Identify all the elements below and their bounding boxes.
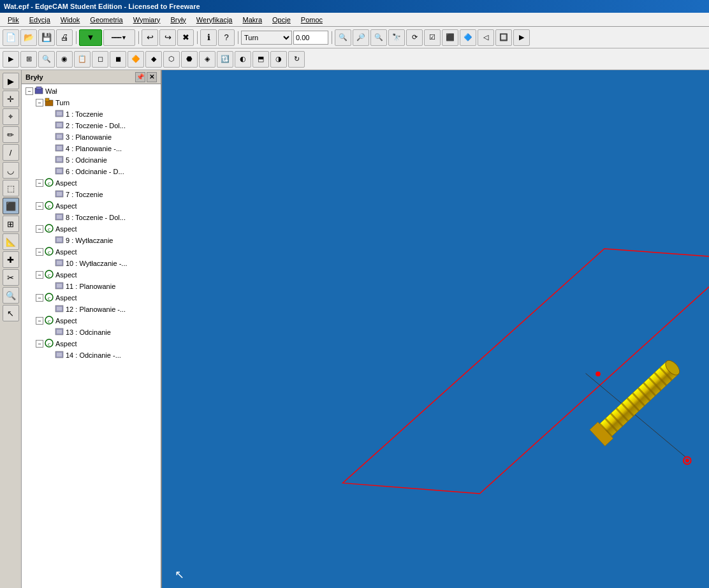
menu-item-geometria[interactable]: Geometria — [85, 15, 128, 25]
menu-item-makra[interactable]: Makra — [237, 15, 267, 25]
expander-aspect1[interactable]: − — [36, 179, 43, 187]
expander-aspect7[interactable]: − — [36, 317, 43, 325]
tree-node-aspect3[interactable]: −cAspect — [22, 223, 161, 235]
tb1-right-btn-3[interactable]: 🔭 — [388, 29, 405, 46]
pointer-tool[interactable]: ▶ — [3, 73, 19, 89]
tb2-btn-14[interactable]: ⬒ — [252, 51, 269, 68]
tree-node-op6[interactable]: 6 : Odcinanie - D... — [22, 166, 161, 177]
menu-item-edycja[interactable]: Edycja — [24, 15, 55, 25]
tb2-btn-0[interactable]: ▶ — [3, 51, 19, 68]
cursor-tool[interactable]: ↖ — [3, 305, 19, 321]
menu-item-wymiary[interactable]: Wymiary — [128, 15, 166, 25]
tree-node-aspect7[interactable]: −cAspect — [22, 315, 161, 327]
tb2-btn-4[interactable]: 📋 — [74, 51, 91, 68]
menu-item-opcje[interactable]: Opcje — [267, 15, 296, 25]
print-button[interactable]: 🖨 — [56, 29, 73, 46]
tree-node-aspect4[interactable]: −cAspect — [22, 246, 161, 258]
tree-node-turn[interactable]: −Turn — [22, 97, 161, 108]
tb2-btn-8[interactable]: ◆ — [145, 51, 162, 68]
tree-pin-button[interactable]: 📌 — [135, 72, 145, 82]
expander-wak[interactable]: − — [26, 87, 33, 95]
tree-node-op8[interactable]: 8 : Toczenie - Dol... — [22, 212, 161, 223]
tb2-btn-9[interactable]: ⬡ — [163, 51, 180, 68]
tb2-btn-13[interactable]: ◐ — [235, 51, 251, 68]
tb1-right-btn-5[interactable]: ☑ — [424, 29, 441, 46]
menu-item-weryfikacja[interactable]: Weryfikacja — [191, 15, 238, 25]
expander-aspect5[interactable]: − — [36, 271, 43, 279]
tree-node-aspect5[interactable]: −cAspect — [22, 269, 161, 281]
tree-node-op5[interactable]: 5 : Odcinanie — [22, 154, 161, 166]
info-button[interactable]: ℹ — [200, 29, 217, 46]
blue-select-tool[interactable]: ⬛ — [3, 198, 19, 214]
tb2-btn-15[interactable]: ◑ — [270, 51, 287, 68]
tree-node-op14[interactable]: 14 : Odcinanie -... — [22, 349, 161, 361]
menu-item-widok[interactable]: Widok — [55, 15, 85, 25]
tree-node-aspect2[interactable]: −cAspect — [22, 200, 161, 212]
tree-node-op10[interactable]: 10 : Wytłaczanie -... — [22, 258, 161, 269]
snap-tool[interactable]: ⌖ — [3, 108, 19, 125]
tree-close-button[interactable]: ✕ — [147, 72, 157, 82]
magnify-tool[interactable]: 🔍 — [3, 287, 19, 304]
tb2-btn-2[interactable]: 🔍 — [38, 51, 55, 68]
help-button[interactable]: ? — [218, 29, 235, 46]
crosshair-tool[interactable]: ✚ — [3, 251, 19, 268]
viewport[interactable]: ↖ — [162, 70, 709, 588]
select-box-tool[interactable]: ⬚ — [3, 180, 19, 196]
tb1-right-btn-8[interactable]: ◁ — [478, 29, 494, 46]
tree-node-op12[interactable]: 12 : Planowanie -... — [22, 304, 161, 315]
tb2-btn-10[interactable]: ⬣ — [181, 51, 198, 68]
new-button[interactable]: 📄 — [3, 29, 19, 46]
tb1-right-btn-6[interactable]: ⬛ — [442, 29, 458, 46]
tree-node-op2[interactable]: 2 : Toczenie - Dol... — [22, 120, 161, 131]
line-style-button[interactable]: ━━━▼ — [103, 29, 135, 46]
cross-tool[interactable]: ✛ — [3, 91, 19, 107]
tree-node-op9[interactable]: 9 : Wytłaczanie — [22, 235, 161, 246]
pencil-tool[interactable]: ✏ — [3, 126, 19, 143]
tb2-btn-16[interactable]: ↻ — [288, 51, 305, 68]
tree-node-op11[interactable]: 11 : Planowanie — [22, 281, 161, 292]
color-button[interactable]: ▼ — [79, 29, 102, 46]
measure-tool[interactable]: 📐 — [3, 233, 19, 250]
redo-button[interactable]: ↪ — [159, 29, 176, 46]
tree-node-op4[interactable]: 4 : Planowanie -... — [22, 143, 161, 154]
tree-node-aspect8[interactable]: −cAspect — [22, 338, 161, 349]
menu-item-plik[interactable]: Plik — [3, 15, 24, 25]
save-button[interactable]: 💾 — [38, 29, 55, 46]
cut-tool[interactable]: ✂ — [3, 269, 19, 286]
turn-dropdown[interactable]: Turn — [241, 31, 292, 45]
open-button[interactable]: 📂 — [20, 29, 37, 46]
tb2-btn-7[interactable]: 🔶 — [128, 51, 144, 68]
tb1-right-btn-0[interactable]: 🔍 — [335, 29, 351, 46]
tree-node-op13[interactable]: 13 : Odcinanie — [22, 327, 161, 338]
expander-aspect8[interactable]: − — [36, 340, 43, 348]
tb2-btn-1[interactable]: ⊞ — [20, 51, 37, 68]
grid-tool[interactable]: ⊞ — [3, 216, 19, 232]
tb1-right-btn-4[interactable]: ⟳ — [406, 29, 423, 46]
menu-item-pomoc[interactable]: Pomoc — [296, 15, 328, 25]
tree-node-wak[interactable]: −Wał — [22, 85, 161, 97]
number-input[interactable] — [293, 31, 328, 45]
tb2-btn-5[interactable]: ◻ — [92, 51, 108, 68]
tb1-right-btn-7[interactable]: 🔷 — [460, 29, 476, 46]
menu-item-bryły[interactable]: Bryły — [165, 15, 191, 25]
tree-node-aspect6[interactable]: −cAspect — [22, 292, 161, 304]
expander-aspect2[interactable]: − — [36, 202, 43, 210]
delete-button[interactable]: ✖ — [177, 29, 194, 46]
tb1-right-btn-10[interactable]: ▶ — [513, 29, 530, 46]
tree-node-op1[interactable]: 1 : Toczenie — [22, 108, 161, 120]
tree-node-op3[interactable]: 3 : Planowanie — [22, 131, 161, 143]
arc-tool[interactable]: ◡ — [3, 162, 19, 179]
line-draw-tool[interactable]: / — [3, 144, 19, 161]
undo-button[interactable]: ↩ — [142, 29, 158, 46]
tree-node-aspect1[interactable]: −cAspect — [22, 177, 161, 189]
tb1-right-btn-1[interactable]: 🔎 — [353, 29, 369, 46]
tb1-right-btn-9[interactable]: 🔲 — [495, 29, 512, 46]
tb2-btn-3[interactable]: ◉ — [56, 51, 73, 68]
tb2-btn-12[interactable]: 🔃 — [217, 51, 233, 68]
tree-node-op7[interactable]: 7 : Toczenie — [22, 189, 161, 200]
expander-aspect4[interactable]: − — [36, 248, 43, 256]
expander-aspect3[interactable]: − — [36, 225, 43, 233]
expander-turn[interactable]: − — [36, 99, 43, 107]
tb2-btn-6[interactable]: ◼ — [110, 51, 126, 68]
tb2-btn-11[interactable]: ◈ — [199, 51, 216, 68]
